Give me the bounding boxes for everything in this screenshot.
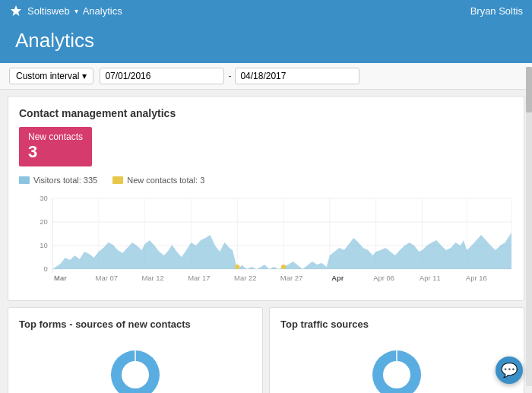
svg-text:30: 30 [40,195,48,203]
top-forms-title: Top forms - sources of new contacts [19,319,252,330]
svg-text:Mar 22: Mar 22 [234,275,256,283]
area-chart-svg: 30 20 10 0 [19,191,513,290]
svg-text:Mar 07: Mar 07 [96,275,118,283]
bottom-row: Top forms - sources of new contacts Top … [8,307,524,393]
interval-dropdown-button[interactable]: Custom interval ▾ [9,68,93,84]
date-range: - [100,68,359,84]
new-contacts-kpi: New contacts 3 [19,127,92,166]
chart-legend: Visitors total: 335 New contacts total: … [19,176,513,185]
visitors-legend-label: Visitors total: 335 [33,176,97,185]
scrollbar[interactable] [526,67,532,386]
contacts-color-swatch [112,176,123,184]
svg-text:0: 0 [43,266,47,274]
brand-dropdown-arrow[interactable]: ▾ [74,7,78,15]
page-header: Analytics [0,21,532,63]
interval-label: Custom interval [16,71,79,81]
svg-text:Apr 06: Apr 06 [373,275,394,283]
svg-text:Apr 11: Apr 11 [420,275,441,283]
top-traffic-card: Top traffic sources [269,307,524,393]
scrollbar-thumb[interactable] [526,67,532,113]
top-forms-donut [19,338,252,393]
date-start-input[interactable] [100,68,224,84]
logo-icon [9,4,23,17]
visitors-color-swatch [19,176,30,184]
chat-button[interactable]: 💬 [496,357,523,384]
page-title: Analytics [15,29,517,52]
chat-icon: 💬 [501,362,518,379]
brand-name[interactable]: Soltisweb [27,5,70,17]
svg-text:Mar 17: Mar 17 [188,275,210,283]
legend-contacts: New contacts total: 3 [112,176,204,185]
donut-chart-forms [97,341,173,393]
date-separator: - [228,71,231,81]
svg-marker-0 [11,5,21,16]
top-traffic-donut [280,338,513,393]
page-wrapper: Soltisweb ▾ Analytics Bryan Soltis Analy… [0,0,532,393]
legend-visitors: Visitors total: 335 [19,176,97,185]
content-area: Contact management analytics New contact… [0,90,532,393]
nav-current-page[interactable]: Analytics [83,5,122,17]
main-card-title: Contact management analytics [19,107,513,119]
svg-marker-20 [52,233,511,269]
kpi-value: 3 [28,142,83,162]
svg-text:Mar: Mar [54,275,67,283]
date-end-input[interactable] [235,68,359,84]
nav-left: Soltisweb ▾ Analytics [9,4,122,17]
user-name[interactable]: Bryan Soltis [470,5,523,17]
contacts-legend-label: New contacts total: 3 [127,176,204,185]
top-nav: Soltisweb ▾ Analytics Bryan Soltis [0,0,532,21]
svg-text:Mar 12: Mar 12 [141,275,163,283]
main-analytics-card: Contact management analytics New contact… [8,96,524,301]
filter-bar: Custom interval ▾ - [0,63,532,90]
kpi-label: New contacts [28,132,83,142]
svg-text:20: 20 [40,219,48,227]
top-traffic-title: Top traffic sources [280,319,513,330]
top-forms-card: Top forms - sources of new contacts [8,307,263,393]
svg-text:Mar 27: Mar 27 [280,275,302,283]
svg-point-21 [235,265,239,269]
chart-area: 30 20 10 0 [19,191,513,290]
interval-arrow-icon: ▾ [82,71,87,81]
svg-text:Apr: Apr [331,275,344,283]
donut-chart-traffic [359,341,435,393]
svg-text:10: 10 [40,242,48,250]
svg-text:Apr 16: Apr 16 [466,275,487,283]
svg-point-22 [281,265,286,269]
